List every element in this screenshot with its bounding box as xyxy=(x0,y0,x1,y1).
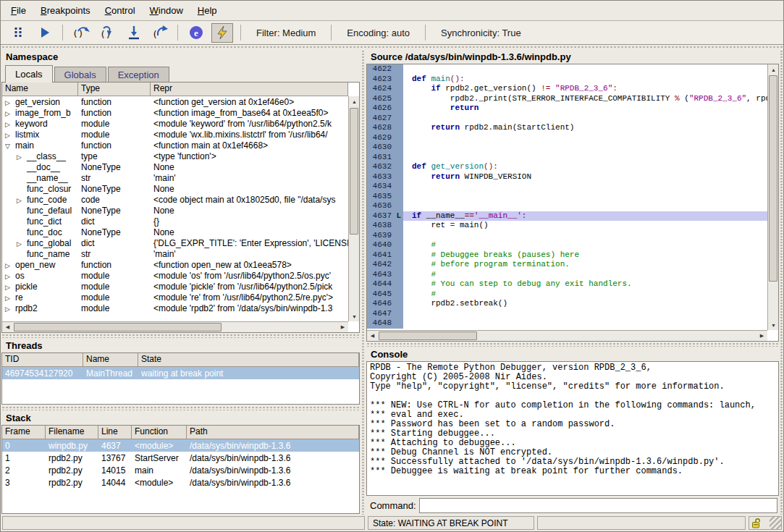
namespace-row[interactable]: func_docNoneTypeNone xyxy=(2,227,348,237)
column-header-state[interactable]: State xyxy=(138,353,359,366)
namespace-row[interactable]: ▷open_newfunction<function open_new at 0… xyxy=(2,259,348,270)
line-number[interactable]: 4630 xyxy=(367,143,403,153)
stack-frame-row[interactable]: 1rpdb2.py13767StartServer/data/sys/bin/w… xyxy=(2,452,359,464)
line-number[interactable]: 4647 xyxy=(367,309,403,319)
column-header-name[interactable]: Name xyxy=(83,353,138,366)
line-number[interactable]: 4645 xyxy=(367,290,403,300)
splitter-source-console[interactable] xyxy=(366,342,779,347)
tab-exception[interactable]: Exception xyxy=(108,67,169,83)
line-number[interactable]: 4644 xyxy=(367,279,403,290)
line-number[interactable]: 4637L xyxy=(367,211,403,221)
next-button[interactable]: () xyxy=(70,23,92,43)
line-number[interactable]: 4648 xyxy=(367,318,403,329)
line-number[interactable]: 4632 xyxy=(367,162,403,172)
namespace-row[interactable]: __doc__NoneTypeNone xyxy=(2,161,348,172)
expand-icon[interactable]: ▷ xyxy=(5,119,15,129)
scroll-up-icon[interactable]: ▲ xyxy=(349,96,360,106)
namespace-row[interactable]: func_closurNoneTypeNone xyxy=(2,183,348,194)
column-header-type[interactable]: Type xyxy=(78,83,151,96)
namespace-hscrollbar[interactable]: ◀ ▶ xyxy=(2,321,348,332)
stack-frame-row[interactable]: 2rpdb2.py14015main/data/sys/bin/winpdb-1… xyxy=(2,464,359,476)
line-number[interactable]: 4631 xyxy=(367,153,403,163)
namespace-row[interactable]: ▷func_globaldict{'DLG_EXPR_TITLE': 'Ente… xyxy=(2,237,348,248)
namespace-row[interactable]: ▷picklemodule<module 'pickle' from '/usr… xyxy=(2,281,348,292)
line-number[interactable]: 4646 xyxy=(367,299,403,309)
line-number[interactable]: 4640 xyxy=(367,240,403,250)
column-header-frame[interactable]: Frame xyxy=(2,426,46,439)
menu-window[interactable]: Window xyxy=(143,1,190,20)
resize-grip[interactable] xyxy=(770,517,781,529)
line-number[interactable]: 4643 xyxy=(367,270,403,280)
tab-locals[interactable]: Locals xyxy=(5,65,53,83)
menu-control[interactable]: Control xyxy=(98,1,143,20)
namespace-row[interactable]: ▷remodule<module 're' from '/usr/lib64/p… xyxy=(2,292,348,303)
column-header-line[interactable]: Line xyxy=(98,426,132,439)
expand-icon[interactable]: ▷ xyxy=(5,293,15,303)
goto-button[interactable]: ( xyxy=(148,23,170,43)
line-number[interactable]: 4642 xyxy=(367,260,403,270)
column-header-name[interactable]: Name xyxy=(2,83,78,96)
tab-globals[interactable]: Globals xyxy=(54,67,106,83)
expand-icon[interactable]: ▷ xyxy=(17,239,27,248)
scroll-left-icon[interactable]: ◀ xyxy=(367,331,378,341)
menu-breakpoints[interactable]: Breakpoints xyxy=(33,1,98,20)
scroll-right-icon[interactable]: ▶ xyxy=(756,331,767,341)
line-number[interactable]: 4638 xyxy=(367,221,403,231)
return-button[interactable] xyxy=(122,23,144,43)
line-number[interactable]: 4628 xyxy=(367,123,403,133)
line-number[interactable]: 4633 xyxy=(367,172,403,182)
expand-icon[interactable]: ▷ xyxy=(17,152,27,161)
line-number[interactable]: 4622 xyxy=(367,64,403,75)
line-number[interactable]: 4636 xyxy=(367,201,403,211)
splitter-namespace-threads[interactable] xyxy=(1,333,361,338)
line-number[interactable]: 4629 xyxy=(367,133,403,143)
expand-icon[interactable]: ▷ xyxy=(5,304,15,313)
line-number[interactable]: 4639 xyxy=(367,231,403,241)
line-number[interactable]: 4626 xyxy=(367,104,403,114)
scroll-right-icon[interactable]: ▶ xyxy=(337,322,348,332)
namespace-row[interactable]: ▽mainfunction<function main at 0x1ef4668… xyxy=(2,140,348,151)
stack-frame-row[interactable]: 3rpdb2.py14044<module>/data/sys/bin/winp… xyxy=(2,476,359,489)
namespace-row[interactable]: ▷rpdb2module<module 'rpdb2' from '/data/… xyxy=(2,303,348,313)
menu-file[interactable]: File xyxy=(4,1,33,20)
line-number[interactable]: 4624 xyxy=(367,84,403,94)
splitter-vertical[interactable] xyxy=(361,49,366,515)
line-number[interactable]: 4634 xyxy=(367,182,403,192)
namespace-row[interactable]: __name__str'main' xyxy=(2,172,348,183)
go-button[interactable] xyxy=(33,23,55,43)
line-number[interactable]: 4627 xyxy=(367,114,403,124)
namespace-row[interactable]: ▷func_codecode<code object main at 0x180… xyxy=(2,194,348,205)
column-header-function[interactable]: Function xyxy=(132,426,187,439)
namespace-vscrollbar[interactable]: ▲ ▼ xyxy=(348,96,359,321)
column-header-path[interactable]: Path xyxy=(187,426,359,439)
line-number[interactable]: 4625 xyxy=(367,94,403,104)
expand-icon[interactable]: ▷ xyxy=(5,271,15,281)
break-button[interactable] xyxy=(7,23,29,43)
namespace-row[interactable]: func_dictdict{} xyxy=(2,216,348,227)
collapse-icon[interactable]: ▽ xyxy=(5,141,15,151)
expand-icon[interactable]: ▷ xyxy=(5,261,15,270)
scroll-down-icon[interactable]: ▼ xyxy=(349,311,360,321)
line-number[interactable]: 4641 xyxy=(367,250,403,261)
code-area[interactable]: 46224623def main():4624 if rpdb2.get_ver… xyxy=(367,64,767,330)
namespace-row[interactable]: ▷__class__type<type 'function'> xyxy=(2,151,348,161)
expand-icon[interactable]: ▷ xyxy=(5,98,15,107)
namespace-row[interactable]: ▷get_versionfunction<function get_versio… xyxy=(2,96,348,107)
column-header-repr[interactable]: Repr xyxy=(151,83,348,96)
line-number[interactable]: 4623 xyxy=(367,75,403,85)
scroll-down-icon[interactable]: ▼ xyxy=(768,320,779,330)
namespace-row[interactable]: ▷osmodule<module 'os' from '/usr/lib64/p… xyxy=(2,270,348,281)
namespace-row[interactable]: ▷listmixmodule<module 'wx.lib.mixins.lis… xyxy=(2,129,348,140)
menu-help[interactable]: Help xyxy=(190,1,224,20)
splitter-threads-stack[interactable] xyxy=(1,405,361,410)
source-editor[interactable]: 46224623def main():4624 if rpdb2.get_ver… xyxy=(366,64,779,342)
thread-row[interactable]: 46974534127920MainThreadwaiting at break… xyxy=(2,367,359,379)
expand-icon[interactable]: ▷ xyxy=(5,282,15,292)
column-header-tid[interactable]: TID xyxy=(2,353,83,366)
expand-icon[interactable]: ▷ xyxy=(5,130,15,140)
source-hscrollbar[interactable]: ◀ ▶ xyxy=(367,330,767,341)
command-input[interactable] xyxy=(419,498,777,513)
scroll-left-icon[interactable]: ◀ xyxy=(2,322,13,332)
namespace-row[interactable]: ▷image_from_bfunction<function image_fro… xyxy=(2,107,348,118)
encoding-button[interactable]: e xyxy=(185,23,207,43)
